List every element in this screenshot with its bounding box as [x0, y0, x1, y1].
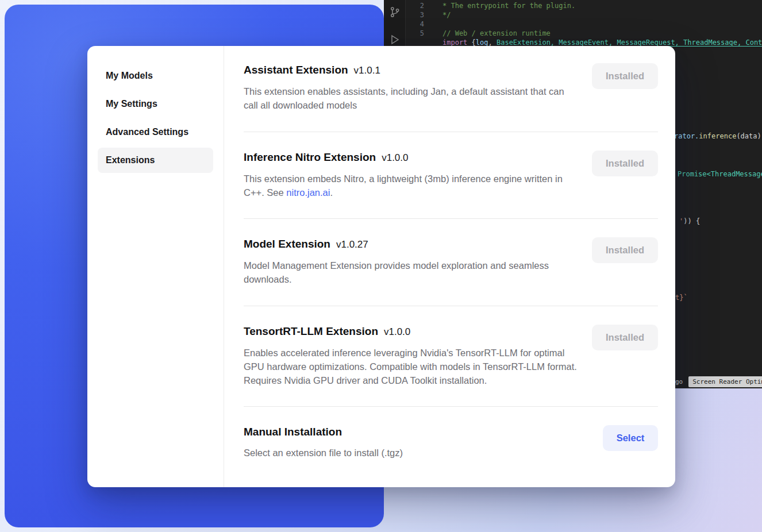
settings-modal: My Models My Settings Advanced Settings … [87, 46, 675, 487]
extension-title: Inference Nitro Extension v1.0.0 [244, 151, 578, 165]
code-line: 5 // Web / extension runtime [406, 29, 762, 38]
code-text [424, 20, 442, 29]
code-line: 3 */ [406, 10, 762, 20]
extension-description: Model Management Extension provides mode… [244, 259, 578, 287]
extension-title: Manual Installation [244, 425, 403, 439]
code-line: 4 [406, 20, 762, 29]
extension-description: This extension enables assistants, inclu… [244, 84, 578, 113]
installed-button[interactable]: Installed [592, 151, 658, 176]
code-text: * The entrypoint for the plugin. [424, 1, 575, 10]
installed-button[interactable]: Installed [592, 325, 658, 350]
installed-button[interactable]: Installed [592, 63, 658, 89]
extension-name: Manual Installation [244, 425, 342, 439]
extension-row-nitro: Inference Nitro Extension v1.0.0 This ex… [244, 132, 658, 219]
code-text: */ [424, 10, 451, 20]
extension-version: v1.0.0 [384, 325, 410, 339]
settings-sidebar: My Models My Settings Advanced Settings … [87, 46, 224, 487]
extension-name: Inference Nitro Extension [244, 151, 376, 164]
extension-version: v1.0.27 [336, 238, 368, 252]
desktop: 2 * The entrypoint for the plugin. 3 */ … [0, 0, 762, 532]
extension-title: Model Extension v1.0.27 [244, 237, 578, 252]
code-fragment: Promise<ThreadMessage> [678, 170, 762, 178]
extension-description: Select an extension file to install (.tg… [244, 446, 403, 460]
line-number: 4 [406, 20, 424, 29]
extension-row-assistant: Assistant Extension v1.0.1 This extensio… [244, 46, 658, 132]
extension-version: v1.0.0 [382, 151, 408, 165]
extension-row-model: Model Extension v1.0.27 Model Management… [244, 219, 658, 306]
code-fragment: ')) { [679, 217, 700, 225]
screen-reader-badge[interactable]: Screen Reader Optimized [688, 376, 762, 387]
line-number: 5 [406, 29, 424, 38]
code-line: 2 * The entrypoint for the plugin. [406, 1, 762, 10]
sidebar-item-extensions[interactable]: Extensions [98, 148, 213, 173]
code-fragment: t}` [675, 294, 688, 302]
source-control-icon[interactable] [388, 6, 401, 18]
extension-title: Assistant Extension v1.0.1 [244, 63, 578, 78]
status-text: go [675, 378, 683, 385]
sidebar-item-advanced-settings[interactable]: Advanced Settings [98, 119, 213, 145]
code-area: 2 * The entrypoint for the plugin. 3 */ … [406, 0, 762, 47]
extension-name: TensortRT-LLM Extension [244, 325, 378, 338]
extension-description: Enables accelerated inference leveraging… [244, 346, 578, 388]
select-file-button[interactable]: Select [603, 425, 658, 451]
line-number: 3 [406, 10, 424, 20]
line-number: 2 [406, 1, 424, 10]
nitro-jan-ai-link[interactable]: nitro.jan.ai [286, 187, 330, 198]
extension-name: Assistant Extension [244, 63, 348, 77]
extension-name: Model Extension [244, 237, 330, 251]
extension-row-tensorrt: TensortRT-LLM Extension v1.0.0 Enables a… [244, 306, 658, 407]
code-text: // Web / extension runtime [424, 29, 551, 38]
sidebar-item-my-settings[interactable]: My Settings [98, 91, 213, 117]
run-debug-icon[interactable] [388, 33, 401, 46]
manual-installation-row: Manual Installation Select an extension … [244, 407, 658, 471]
extension-title: TensortRT-LLM Extension v1.0.0 [244, 325, 578, 339]
sidebar-item-my-models[interactable]: My Models [98, 63, 213, 88]
extensions-panel: Assistant Extension v1.0.1 This extensio… [224, 46, 675, 487]
extension-description: This extension embeds Nitro, a lightweig… [244, 172, 578, 200]
installed-button[interactable]: Installed [592, 237, 658, 263]
code-fragment: rator.inference(data)); [674, 132, 762, 140]
extension-version: v1.0.1 [354, 64, 380, 78]
